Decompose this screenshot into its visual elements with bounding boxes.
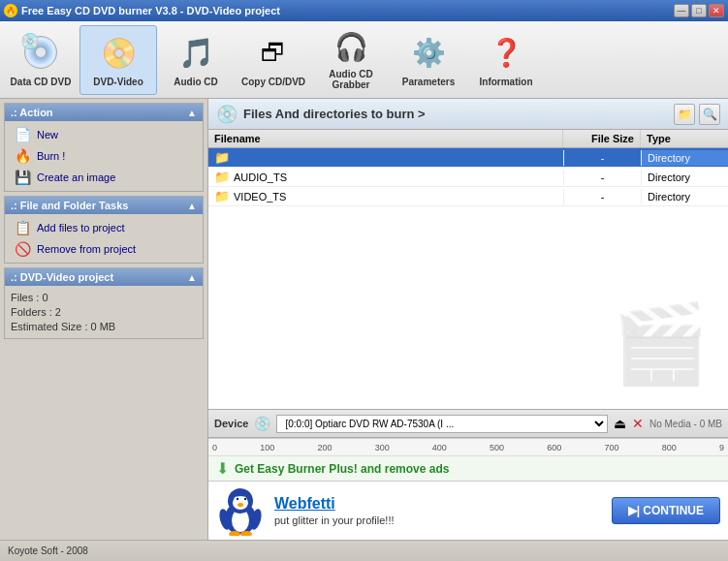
toolbar-data-cd-dvd[interactable]: 💿 Data CD DVD: [2, 25, 79, 95]
col-type-header: Type: [641, 130, 728, 147]
sidebar-item-add-files[interactable]: 📋 Add files to project: [11, 218, 197, 237]
file-table: Filename File Size Type 📁 - Directory 📁 …: [208, 130, 728, 409]
ruler-0: 0: [212, 443, 217, 452]
continue-button[interactable]: ▶| CONTINUE: [612, 497, 720, 524]
toolbar-data-cd-dvd-label: Data CD DVD: [11, 77, 72, 87]
ruler-800: 800: [662, 443, 677, 452]
file-browser: 💿 Files And directories to burn > 📁 🔍 Fi…: [208, 99, 728, 540]
estimated-size: Estimated Size : 0 MB: [11, 321, 197, 332]
search-button[interactable]: 🔍: [699, 104, 720, 125]
toolbar-copy-cd-dvd[interactable]: 🗗 Copy CD/DVD: [235, 25, 312, 95]
eject-button[interactable]: ⏏: [614, 416, 626, 431]
browser-title-text: Files And directories to burn >: [243, 107, 426, 121]
svg-point-7: [244, 498, 246, 500]
ruler-300: 300: [375, 443, 390, 452]
promo-mascot: [216, 486, 265, 535]
statusbar-text: Koyote Soft - 2008: [8, 545, 88, 556]
ruler-area: 0 100 200 300 400 500 600 700 800 9: [208, 438, 728, 455]
dvd-project-info: Files : 0 Folders : 2 Estimated Size : 0…: [5, 286, 203, 338]
toolbar-audio-cd-label: Audio CD: [174, 77, 218, 87]
dvd-project-collapse-icon: ▲: [187, 272, 197, 283]
action-collapse-icon: ▲: [187, 108, 197, 118]
table-row[interactable]: 📁 AUDIO_TS - Directory: [208, 168, 728, 187]
copy-cd-dvd-icon: 🗗: [253, 32, 294, 73]
add-files-icon: 📋: [15, 220, 31, 235]
device-bar: Device 💿 [0:0:0] Optiarc DVD RW AD-7530A…: [208, 409, 728, 438]
toolbar-information-label: Information: [480, 77, 533, 87]
sidebar-item-create-image[interactable]: 💾 Create an image: [11, 168, 197, 187]
promo-ad-text: Get Easy Burner Plus! and remove ads: [235, 462, 449, 476]
toolbar-audio-cd[interactable]: 🎵 Audio CD: [157, 25, 235, 95]
ruler-100: 100: [260, 443, 274, 452]
close-button[interactable]: ✕: [709, 4, 724, 17]
row-size: -: [563, 170, 641, 185]
mascot-svg: [217, 485, 264, 536]
ruler-600: 600: [547, 443, 561, 452]
ruler-200: 200: [317, 443, 332, 452]
dvd-project-section: .: DVD-Video project ▲ Files : 0 Folders…: [4, 267, 204, 339]
dvd-video-icon: 📀: [98, 32, 139, 73]
minimize-button[interactable]: —: [674, 4, 689, 17]
file-folder-section: .: File and Folder Tasks ▲ 📋 Add files t…: [4, 196, 204, 264]
toolbar-information[interactable]: ❓ Information: [467, 25, 545, 95]
device-drive-icon: 💿: [254, 416, 270, 431]
ruler-500: 500: [490, 443, 504, 452]
ruler-track: 0 100 200 300 400 500 600 700 800 9: [208, 439, 728, 455]
row-filename: 📁 AUDIO_TS: [208, 168, 563, 186]
toolbar-parameters-label: Parameters: [402, 77, 455, 87]
promo-area: ⬇ Get Easy Burner Plus! and remove ads: [208, 455, 728, 540]
sidebar-item-add-files-label: Add files to project: [37, 222, 125, 234]
toolbar-parameters[interactable]: ⚙️ Parameters: [390, 25, 467, 95]
promo-info: Webfetti put glitter in your profile!!!: [274, 495, 602, 526]
browser-title-icon: 💿: [216, 104, 237, 125]
action-header-label: .: Action: [11, 107, 53, 118]
main-area: .: Action ▲ 📄 New 🔥 Burn ! 💾 Create an i…: [0, 99, 728, 540]
sidebar-item-burn-label: Burn !: [37, 150, 65, 162]
device-drive-select[interactable]: [0:0:0] Optiarc DVD RW AD-7530A (I ...: [276, 415, 607, 433]
dvd-project-header-label: .: DVD-Video project: [11, 271, 113, 283]
browse-folder-button[interactable]: 📁: [674, 104, 695, 125]
maximize-button[interactable]: □: [691, 4, 707, 17]
titlebar-buttons[interactable]: — □ ✕: [674, 4, 724, 17]
sidebar-item-remove[interactable]: 🚫 Remove from project: [11, 239, 197, 259]
toolbar-dvd-video[interactable]: 📀 DVD-Video: [79, 25, 157, 95]
file-folder-header[interactable]: .: File and Folder Tasks ▲: [5, 197, 203, 214]
toolbar: 💿 Data CD DVD 📀 DVD-Video 🎵 Audio CD 🗗 C…: [0, 21, 728, 99]
toolbar-audio-grabber[interactable]: 🎧 Audio CD Grabber: [312, 25, 390, 95]
ruler-9: 9: [719, 443, 724, 452]
action-header[interactable]: .: Action ▲: [5, 104, 203, 121]
ruler-labels: 0 100 200 300 400 500 600 700 800 9: [208, 443, 728, 452]
folder-icon: 📁: [214, 189, 230, 203]
folder-icon: 📁: [214, 170, 230, 184]
row-size: -: [563, 189, 641, 204]
sidebar-item-new[interactable]: 📄 New: [11, 125, 197, 144]
row-size: -: [563, 150, 641, 166]
promo-arrow-icon: ⬇: [216, 459, 229, 478]
sidebar: .: Action ▲ 📄 New 🔥 Burn ! 💾 Create an i…: [0, 99, 208, 540]
table-row[interactable]: 📁 VIDEO_TS - Directory: [208, 187, 728, 206]
statusbar: Koyote Soft - 2008: [0, 540, 728, 561]
titlebar: 🔥 Free Easy CD DVD burner V3.8 - DVD-Vid…: [0, 0, 728, 21]
svg-point-8: [237, 503, 243, 507]
action-section: .: Action ▲ 📄 New 🔥 Burn ! 💾 Create an i…: [4, 103, 204, 192]
sidebar-item-burn[interactable]: 🔥 Burn !: [11, 146, 197, 166]
table-row[interactable]: 📁 - Directory: [208, 148, 728, 168]
data-cd-dvd-icon: 💿: [20, 32, 61, 73]
browser-header: 💿 Files And directories to burn > 📁 🔍: [208, 99, 728, 130]
dvd-project-header[interactable]: .: DVD-Video project ▲: [5, 268, 203, 286]
file-folder-content: 📋 Add files to project 🚫 Remove from pro…: [5, 214, 203, 263]
sidebar-item-remove-label: Remove from project: [37, 243, 136, 255]
delete-button[interactable]: ✕: [632, 416, 644, 431]
col-filename-header: Filename: [208, 130, 563, 147]
app-icon: 🔥: [4, 4, 17, 17]
row-filename: 📁 VIDEO_TS: [208, 187, 563, 205]
row-filename: 📁: [208, 148, 563, 167]
sidebar-item-create-image-label: Create an image: [37, 171, 115, 183]
toolbar-copy-cd-dvd-label: Copy CD/DVD: [241, 77, 305, 87]
row-type: Directory: [641, 170, 728, 185]
parameters-icon: ⚙️: [408, 32, 449, 73]
folder-icon: 📁: [214, 150, 230, 165]
watermark: 🎬: [612, 298, 709, 390]
promo-site-link[interactable]: Webfetti: [274, 495, 602, 513]
audio-grabber-icon: 🎧: [331, 30, 371, 65]
